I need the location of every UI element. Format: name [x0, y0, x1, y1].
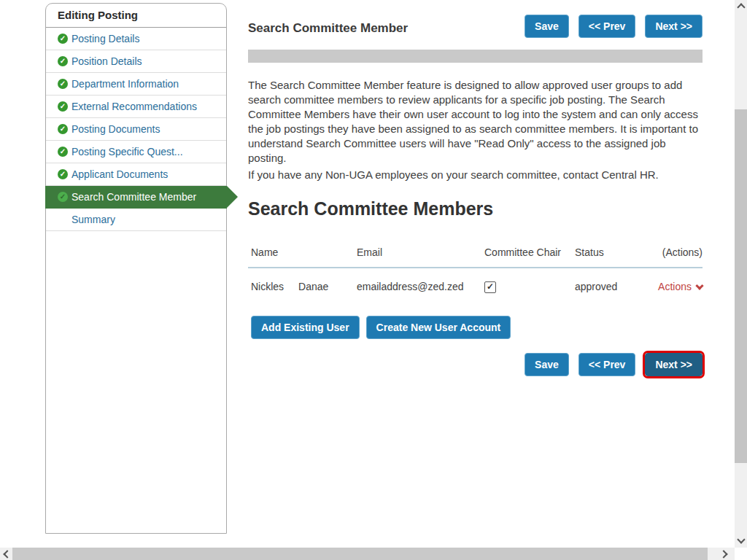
check-circle-icon: ✓: [58, 56, 68, 66]
sidebar-item-label: Search Committee Member: [71, 191, 196, 203]
sidebar-title: Editing Posting: [46, 4, 226, 28]
check-circle-icon: ✓: [58, 101, 68, 112]
members-table-header: Name Email Committee Chair Status (Actio…: [248, 246, 703, 268]
member-table-row: Nickles Danae emailaddress@zed.zed ✓ app…: [248, 276, 703, 298]
sidebar-item-label: Department Information: [71, 78, 179, 90]
member-email: emailaddress@zed.zed: [357, 281, 484, 292]
chevron-down-icon: [695, 281, 703, 289]
sidebar-item-label: Applicant Documents: [71, 168, 168, 180]
check-circle-icon: ✓: [58, 124, 68, 134]
sidebar-item-applicant-documents[interactable]: ✓ Applicant Documents: [46, 163, 226, 186]
member-first-name: Nickles: [251, 281, 284, 292]
member-last-name: Danae: [298, 281, 328, 292]
sidebar-item-external-recommendations[interactable]: ✓ External Recommendations: [46, 96, 226, 118]
member-status: approved: [575, 281, 648, 292]
scroll-up-icon[interactable]: [737, 3, 745, 11]
sidebar-item-posting-specific-questions[interactable]: ✓ Posting Specific Quest...: [46, 141, 226, 163]
column-header-status: Status: [575, 246, 648, 258]
prev-button-bottom[interactable]: << Prev: [578, 353, 636, 376]
create-new-user-account-button[interactable]: Create New User Account: [366, 316, 511, 339]
check-circle-icon: ✓: [58, 169, 68, 179]
vertical-scrollbar-thumb[interactable]: [735, 109, 747, 463]
member-name-cell: Nickles Danae: [251, 281, 357, 292]
sidebar-item-label: Posting Details: [71, 33, 139, 44]
sidebar-item-position-details[interactable]: ✓ Position Details: [46, 50, 226, 73]
bottom-nav-buttons: Save << Prev Next >>: [525, 353, 703, 376]
column-header-committee-chair: Committee Chair: [484, 246, 575, 258]
sidebar-item-posting-documents[interactable]: ✓ Posting Documents: [46, 118, 226, 141]
sidebar-item-label: External Recommendations: [71, 101, 197, 112]
vertical-scrollbar[interactable]: [735, 0, 747, 548]
sidebar-item-label: Posting Specific Quest...: [71, 146, 183, 158]
scroll-right-icon[interactable]: [719, 550, 727, 558]
check-circle-icon: ✓: [58, 147, 68, 157]
save-button-top[interactable]: Save: [525, 15, 569, 38]
sidebar-item-label: Position Details: [71, 55, 142, 67]
check-circle-icon: ✓: [58, 79, 68, 89]
column-header-email: Email: [357, 246, 484, 258]
actions-menu-label: Actions: [658, 281, 692, 292]
intro-paragraph: The Search Committee Member feature is d…: [248, 78, 703, 166]
member-action-buttons: Add Existing User Create New User Accoun…: [251, 316, 511, 339]
scroll-down-icon[interactable]: [737, 535, 745, 543]
sidebar-item-summary[interactable]: Summary: [46, 209, 226, 231]
members-heading: Search Committee Members: [248, 198, 493, 219]
sidebar-item-label: Posting Documents: [71, 123, 160, 135]
actions-menu[interactable]: Actions: [648, 281, 703, 292]
horizontal-scrollbar-thumb[interactable]: [12, 548, 708, 560]
main-content: Search Committee Member Save << Prev Nex…: [248, 0, 703, 540]
non-uga-note: If you have any Non-UGA employees on you…: [248, 168, 659, 182]
column-header-actions: (Actions): [648, 246, 703, 258]
editing-posting-panel: Editing Posting ✓ Posting Details ✓ Posi…: [45, 3, 227, 534]
column-header-name: Name: [251, 246, 357, 258]
horizontal-scrollbar[interactable]: [0, 548, 735, 560]
save-button-bottom[interactable]: Save: [525, 353, 569, 376]
committee-chair-checkbox[interactable]: ✓: [484, 281, 496, 293]
scrollbar-corner: [735, 548, 747, 560]
check-circle-icon: ✓: [58, 34, 68, 44]
committee-chair-cell: ✓: [484, 280, 575, 293]
sidebar-item-label: Summary: [71, 214, 115, 225]
add-existing-user-button[interactable]: Add Existing User: [251, 316, 360, 339]
scroll-left-icon[interactable]: [3, 550, 11, 558]
sidebar-item-department-information[interactable]: ✓ Department Information: [46, 73, 226, 96]
next-button-bottom[interactable]: Next >>: [645, 353, 703, 376]
progress-bar: [248, 50, 703, 63]
prev-button-top[interactable]: << Prev: [578, 15, 636, 38]
page-title: Search Committee Member: [248, 21, 408, 36]
check-circle-icon: ✓: [58, 192, 68, 202]
top-nav-buttons: Save << Prev Next >>: [525, 15, 703, 38]
sidebar-item-search-committee-member[interactable]: ✓ Search Committee Member: [45, 186, 227, 209]
sidebar-item-posting-details[interactable]: ✓ Posting Details: [46, 28, 226, 50]
next-button-top[interactable]: Next >>: [645, 15, 703, 38]
